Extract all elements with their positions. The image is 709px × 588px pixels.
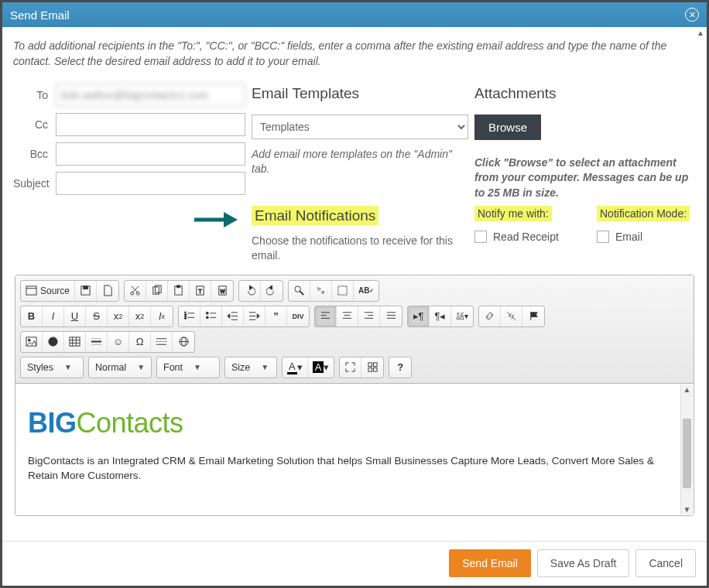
replace-button[interactable]: ᵇₐ xyxy=(310,281,332,301)
read-receipt-checkbox[interactable] xyxy=(474,231,487,243)
flag-icon xyxy=(528,310,539,322)
globe-icon xyxy=(178,336,190,347)
ul-icon xyxy=(205,310,217,322)
dialog-footer: Send Email Save As Draft Cancel xyxy=(2,541,707,584)
numbered-list-button[interactable]: 12 xyxy=(179,306,200,326)
italic-button[interactable]: I xyxy=(43,306,64,326)
bcc-label: Bcc xyxy=(13,148,56,160)
attachments-title: Attachments xyxy=(474,85,691,102)
cut-icon xyxy=(129,285,141,296)
cut-button[interactable] xyxy=(125,281,146,301)
save-button[interactable] xyxy=(75,281,97,301)
superscript-button[interactable]: x2 xyxy=(129,306,151,326)
read-receipt-label: Read Receipt xyxy=(493,231,559,243)
size-dropdown[interactable]: Size▼ xyxy=(224,357,277,378)
hr-button[interactable] xyxy=(86,332,108,352)
subject-input[interactable] xyxy=(56,172,245,195)
align-right-icon xyxy=(363,310,375,322)
close-icon[interactable]: ✕ xyxy=(685,8,699,22)
indent-button[interactable] xyxy=(244,306,265,326)
undo-button[interactable] xyxy=(239,281,261,301)
browse-button[interactable]: Browse xyxy=(474,115,541,140)
save-draft-button[interactable]: Save As Draft xyxy=(537,549,630,577)
maximize-button[interactable] xyxy=(340,357,361,378)
underline-button[interactable]: U xyxy=(64,306,86,326)
redo-button[interactable] xyxy=(261,281,283,301)
align-center-button[interactable] xyxy=(337,306,358,326)
maximize-icon xyxy=(344,361,356,373)
styles-dropdown[interactable]: Styles▼ xyxy=(20,357,84,378)
svg-rect-5 xyxy=(84,286,88,289)
mode-email-checkbox[interactable] xyxy=(597,231,609,243)
bullet-list-button[interactable] xyxy=(200,306,222,326)
paste-word-button[interactable]: W xyxy=(211,281,233,301)
paste-icon xyxy=(173,285,184,296)
pagebreak-button[interactable] xyxy=(151,332,173,352)
show-blocks-button[interactable] xyxy=(361,357,383,378)
paste-button[interactable] xyxy=(168,281,190,301)
selectall-icon xyxy=(337,285,348,296)
iframe-button[interactable] xyxy=(173,332,194,352)
callout-arrow xyxy=(13,207,245,229)
scrollbar[interactable]: ▲ xyxy=(694,27,707,541)
dialog-title: Send Email xyxy=(10,9,70,22)
copy-icon xyxy=(151,285,163,296)
svg-marker-19 xyxy=(269,285,272,290)
link-button[interactable] xyxy=(479,306,501,326)
strike-button[interactable]: S xyxy=(86,306,108,326)
editor-content[interactable]: BIGContacts BigContacts is an Integrated… xyxy=(15,384,694,515)
svg-point-54 xyxy=(28,340,30,342)
spellcheck-button[interactable]: AB✓ xyxy=(354,281,378,301)
subscript-button[interactable]: x2 xyxy=(108,306,129,326)
div-button[interactable]: DIV xyxy=(287,306,309,326)
bg-color-button[interactable]: A▾ xyxy=(308,357,334,378)
image-button[interactable] xyxy=(21,332,43,352)
cancel-button[interactable]: Cancel xyxy=(635,549,696,577)
mode-email-label: Email xyxy=(615,231,642,243)
ltr-button[interactable]: ▸¶ xyxy=(408,306,430,326)
blocks-icon xyxy=(367,361,378,373)
language-button[interactable]: 話▾ xyxy=(451,306,473,326)
rtl-button[interactable]: ¶◂ xyxy=(430,306,451,326)
find-button[interactable] xyxy=(289,281,310,301)
newpage-button[interactable] xyxy=(97,281,118,301)
arrow-icon xyxy=(193,210,238,229)
send-email-button[interactable]: Send Email xyxy=(449,549,531,577)
flash-button[interactable]: f xyxy=(43,332,64,352)
ol-icon: 12 xyxy=(183,310,195,322)
remove-format-button[interactable]: Ix xyxy=(151,306,173,326)
paste-text-icon: T xyxy=(194,285,206,296)
unlink-button[interactable] xyxy=(501,306,522,326)
selectall-button[interactable] xyxy=(332,281,354,301)
hr-icon xyxy=(91,336,102,347)
source-button[interactable]: Source xyxy=(21,281,75,301)
blockquote-button[interactable]: ” xyxy=(265,306,287,326)
mode-label: Notification Mode: xyxy=(597,206,690,221)
specialchar-button[interactable]: Ω xyxy=(129,332,151,352)
bold-button[interactable]: B xyxy=(21,306,43,326)
editor-toolbar: Source T W ᵇₐ xyxy=(15,275,694,384)
to-input[interactable] xyxy=(56,84,245,107)
bcc-input[interactable] xyxy=(56,142,245,166)
align-right-button[interactable] xyxy=(358,306,380,326)
outdent-button[interactable] xyxy=(222,306,244,326)
font-dropdown[interactable]: Font▼ xyxy=(156,357,220,378)
copy-button[interactable] xyxy=(146,281,168,301)
body-paragraph: BigContacts is an Integrated CRM & Email… xyxy=(28,453,681,484)
table-button[interactable] xyxy=(64,332,86,352)
anchor-button[interactable] xyxy=(522,306,544,326)
about-button[interactable]: ? xyxy=(389,357,411,378)
text-color-button[interactable]: A▾ xyxy=(283,357,308,378)
cc-input[interactable] xyxy=(56,113,245,136)
align-center-icon xyxy=(341,310,353,322)
notification-mode: Notification Mode: Email xyxy=(597,207,705,243)
svg-line-21 xyxy=(300,292,303,296)
editor-scrollbar[interactable]: ▲ ▼ xyxy=(680,385,693,514)
align-left-button[interactable] xyxy=(315,306,337,326)
format-dropdown[interactable]: Normal▼ xyxy=(88,357,152,378)
templates-select[interactable]: Templates xyxy=(252,115,468,139)
templates-section: Email Templates Templates Add email more… xyxy=(252,84,468,201)
smiley-button[interactable]: ☺ xyxy=(108,332,129,352)
paste-text-button[interactable]: T xyxy=(190,281,211,301)
align-justify-button[interactable] xyxy=(380,306,402,326)
